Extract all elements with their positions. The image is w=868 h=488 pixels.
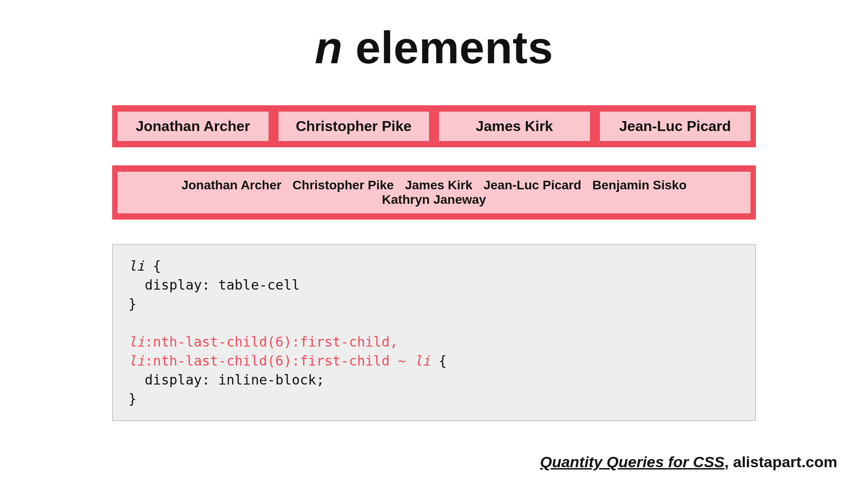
example-row-6-inner: Jonathan Archer Christopher Pike James K… [118, 172, 750, 213]
list-item: Jonathan Archer [177, 178, 286, 192]
list-item: James Kirk [439, 112, 590, 141]
list-item: Benjamin Sisko [588, 178, 691, 192]
list-item: James Kirk [401, 178, 477, 192]
citation-link[interactable]: Quantity Queries for CSS [540, 453, 724, 470]
code-text: display: table-cell [128, 277, 300, 293]
list-item: Christopher Pike [288, 178, 398, 192]
citation: Quantity Queries for CSS, alistapart.com [540, 453, 837, 471]
code-text: } [128, 391, 137, 407]
citation-site: alistapart.com [733, 453, 837, 470]
list-item: Jonathan Archer [118, 112, 269, 141]
example-row-6-items: Jonathan Archer Christopher Pike James K… [112, 165, 756, 220]
title-n: n [315, 22, 343, 73]
list-item: Jean-Luc Picard [479, 178, 586, 192]
code-text: } [128, 296, 137, 312]
code-selector: li [128, 258, 145, 274]
citation-sep: , [725, 453, 733, 470]
slide: n elements Jonathan Archer Christopher P… [0, 0, 868, 488]
slide-title: n elements [112, 22, 756, 74]
code-quantity-selector: li:nth-last-child(6):first-child, li:nth… [128, 334, 430, 369]
code-text: display: inline-block; [128, 372, 324, 388]
code-text: :nth-last-child(6):first-child ~ [145, 353, 414, 369]
example-row-4-items: Jonathan Archer Christopher Pike James K… [112, 105, 756, 147]
list-item: Kathryn Janeway [377, 192, 491, 207]
code-text: { [430, 353, 447, 369]
code-text: { [145, 258, 161, 274]
code-selector: li [128, 334, 145, 350]
code-selector: li [414, 353, 430, 369]
code-text: :nth-last-child(6):first-child, [145, 334, 398, 350]
title-rest: elements [343, 22, 553, 73]
list-item: Jean-Luc Picard [600, 112, 751, 141]
code-selector: li [128, 353, 145, 369]
list-item: Christopher Pike [278, 112, 429, 141]
code-block: li { display: table-cell } li:nth-last-c… [112, 244, 756, 421]
